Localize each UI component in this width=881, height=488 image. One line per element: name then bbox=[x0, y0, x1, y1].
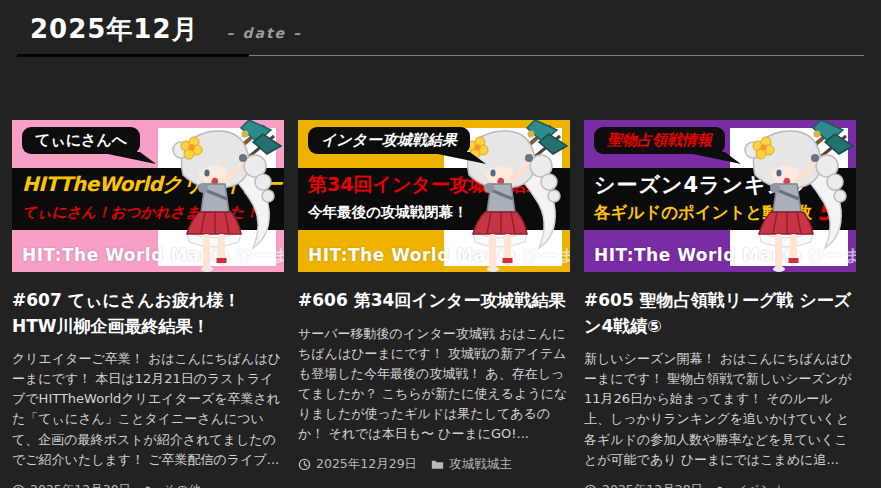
publish-date: 2025年12月28日 bbox=[602, 482, 703, 488]
publish-date-item: 2025年12月30日 bbox=[12, 482, 131, 488]
publish-date: 2025年12月29日 bbox=[316, 456, 417, 473]
thumbnail-banner: HITTheWorldクリエイター てぃにさん！おつかれさまでした！ bbox=[12, 168, 284, 230]
article-excerpt: サーバー移動後のインター攻城戦 おはこんにちばんはひーまにです！ 攻城戦の新アイ… bbox=[298, 324, 570, 445]
banner-line1: HITTheWorldクリエイター bbox=[22, 171, 274, 198]
watermark-suffix: ひーまに bbox=[523, 245, 570, 265]
watermark-text: HIT:The World Mania bbox=[22, 245, 231, 265]
speech-bubble-text: インター攻城戦結果 bbox=[321, 131, 457, 149]
article-card[interactable]: HITTheWorldクリエイター てぃにさん！おつかれさまでした！ HIT:T… bbox=[12, 120, 284, 488]
thumbnail-banner: 第34回インター攻城戦結果 今年最後の攻城戦閉幕！ bbox=[298, 168, 570, 230]
category-item: 攻城戦城主 bbox=[431, 456, 512, 473]
category-label: その他 bbox=[163, 482, 201, 488]
article-excerpt: クリエイターご卒業！ おはこんにちばんはひーまにです！ 本日は12月21日のラス… bbox=[12, 349, 284, 470]
article-thumbnail[interactable]: HITTheWorldクリエイター てぃにさん！おつかれさまでした！ HIT:T… bbox=[12, 120, 284, 272]
watermark-text: HIT:The World Mania bbox=[308, 245, 517, 265]
banner-line2-text: てぃにさん！おつかれさまでした！ bbox=[22, 204, 259, 220]
speech-bubble-text: 聖物占領戦情報 bbox=[607, 131, 712, 149]
banner-line2-text: 今年最後の攻城戦閉幕！ bbox=[308, 204, 468, 220]
banner-line2: 各ギルドのポイントと動員数5 bbox=[594, 199, 846, 228]
article-meta: 2025年12月29日 攻城戦城主 bbox=[298, 456, 570, 473]
speech-bubble: てぃにさんへ bbox=[22, 127, 140, 154]
article-list: HITTheWorldクリエイター てぃにさん！おつかれさまでした！ HIT:T… bbox=[12, 120, 869, 488]
article-thumbnail[interactable]: シーズン4ランキング 各ギルドのポイントと動員数5 HIT:The World … bbox=[584, 120, 856, 272]
category-item: その他 bbox=[145, 482, 201, 488]
banner-line2: 今年最後の攻城戦閉幕！ bbox=[308, 198, 560, 227]
folder-icon bbox=[717, 484, 730, 488]
publish-date-item: 2025年12月29日 bbox=[298, 456, 417, 473]
article-title[interactable]: #606 第34回インター攻城戦結果 bbox=[298, 288, 570, 314]
banner-line1: シーズン4ランキング bbox=[594, 171, 846, 199]
archive-header: 2025年12月 – date – bbox=[17, 0, 864, 56]
watermark-label: HIT:The World Maniaひーまに bbox=[308, 244, 570, 267]
article-title[interactable]: #605 聖物占領戦リーグ戦 シーズン4戦績⑤ bbox=[584, 288, 856, 339]
speech-bubble: インター攻城戦結果 bbox=[308, 127, 470, 154]
banner-line1: 第34回インター攻城戦結果 bbox=[308, 172, 560, 198]
speech-bubble-text: てぃにさんへ bbox=[35, 131, 127, 149]
clock-icon bbox=[12, 484, 25, 488]
article-meta: 2025年12月28日 イベント bbox=[584, 482, 856, 488]
page-subtitle: – date – bbox=[227, 25, 302, 41]
article-meta: 2025年12月30日 その他 bbox=[12, 482, 284, 488]
watermark-suffix: ひーまに bbox=[809, 245, 856, 265]
category-label: イベント bbox=[735, 482, 786, 488]
page-title: 2025年12月 bbox=[30, 12, 199, 47]
folder-icon bbox=[145, 484, 158, 488]
watermark-text: HIT:The World Mania bbox=[594, 245, 803, 265]
article-excerpt: 新しいシーズン開幕！ おはこんにちばんはひーまにです！ 聖物占領戦で新しいシーズ… bbox=[584, 349, 856, 470]
article-card[interactable]: 第34回インター攻城戦結果 今年最後の攻城戦閉幕！ HIT:The World … bbox=[298, 120, 570, 488]
folder-icon bbox=[431, 458, 444, 471]
article-thumbnail[interactable]: 第34回インター攻城戦結果 今年最後の攻城戦閉幕！ HIT:The World … bbox=[298, 120, 570, 272]
archive-page: 2025年12月 – date – HITTheWorldクリエイター てぃにさ… bbox=[0, 0, 881, 488]
clock-icon bbox=[298, 458, 311, 471]
category-label: 攻城戦城主 bbox=[449, 456, 512, 473]
publish-date: 2025年12月30日 bbox=[30, 482, 131, 488]
banner-line2-text: 各ギルドのポイントと動員数 bbox=[594, 203, 812, 222]
banner-line2: てぃにさん！おつかれさまでした！ bbox=[22, 198, 274, 227]
thumbnail-banner: シーズン4ランキング 各ギルドのポイントと動員数5 bbox=[584, 168, 856, 230]
watermark-label: HIT:The World Maniaひーまに bbox=[594, 244, 856, 267]
clock-icon bbox=[584, 484, 597, 488]
publish-date-item: 2025年12月28日 bbox=[584, 482, 703, 488]
watermark-suffix: ひーまに bbox=[237, 245, 284, 265]
article-card[interactable]: シーズン4ランキング 各ギルドのポイントと動員数5 HIT:The World … bbox=[584, 120, 856, 488]
article-title[interactable]: #607 てぃにさんお疲れ様！HTW川柳企画最終結果！ bbox=[12, 288, 284, 339]
watermark-label: HIT:The World Maniaひーまに bbox=[22, 244, 284, 267]
category-item: イベント bbox=[717, 482, 786, 488]
banner-accent: 5 bbox=[817, 200, 832, 225]
speech-bubble: 聖物占領戦情報 bbox=[594, 127, 725, 154]
